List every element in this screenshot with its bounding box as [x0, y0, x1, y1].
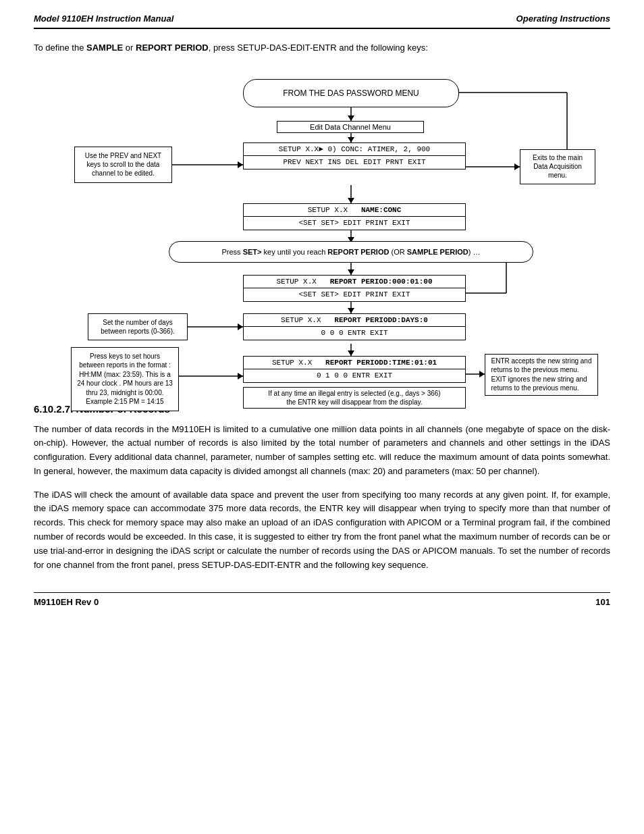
- page: Model 9110EH Instruction Manual Operatin…: [0, 0, 644, 834]
- report-period-box: SETUP X.X REPORT PERIOD:000:01:00: [243, 275, 466, 288]
- intro-paragraph: To define the SAMPLE or REPORT PERIOD, p…: [34, 41, 610, 55]
- footer-page-number: 101: [595, 597, 610, 607]
- illegal-note-box: If at any time an illegal entry is selec…: [243, 387, 466, 409]
- footer-model: M9110EH Rev 0: [34, 597, 99, 607]
- body-paragraph-2: The iDAS will check the amount of availa…: [34, 488, 610, 573]
- page-footer: M9110EH Rev 0 101: [34, 592, 610, 607]
- page-header: Model 9110EH Instruction Manual Operatin…: [34, 14, 610, 29]
- exits-note-box: Exits to the main Data Acquisition menu.: [520, 149, 595, 184]
- svg-marker-29: [238, 323, 243, 330]
- das-menu-box: FROM THE DAS PASSWORD MENU: [243, 79, 459, 107]
- svg-marker-5: [514, 163, 520, 170]
- time-row-box: 0 1 0 0 ENTR EXIT: [243, 369, 466, 383]
- press-set-box: Press SET> key until you reach REPORT PE…: [169, 241, 533, 263]
- svg-marker-31: [238, 373, 243, 380]
- entr-exit-note-box: ENTR accepts the new string and returns …: [485, 354, 598, 396]
- svg-marker-27: [238, 161, 243, 168]
- svg-marker-11: [348, 198, 354, 203]
- header-title-right: Operating Instructions: [516, 14, 610, 24]
- set-edit-print-box: <SET SET> EDIT PRINT EXIT: [243, 217, 466, 230]
- setup-name-conc-box: SETUP X.X NAME:CONC: [243, 203, 466, 217]
- report-periodd-days-box: SETUP X.X REPORT PERIODD:DAYS:0: [243, 313, 466, 327]
- svg-marker-23: [348, 350, 354, 356]
- svg-marker-15: [348, 269, 354, 275]
- svg-marker-3: [348, 137, 354, 142]
- report-periodd-time-box: SETUP X.X REPORT PERIODD:TIME:01:01: [243, 356, 466, 369]
- hours-note-box: Press keys to set hours between reports …: [71, 347, 179, 411]
- edit-channel-box: Edit Data Channel Menu: [277, 121, 424, 133]
- prev-next-row-box: PREV NEXT INS DEL EDIT PRNT EXIT: [243, 156, 466, 170]
- days-row-box: 0 0 0 ENTR EXIT: [243, 327, 466, 340]
- header-title-left: Model 9110EH Instruction Manual: [34, 14, 173, 24]
- prev-next-note-box: Use the PREV and NEXT keys to scroll to …: [74, 147, 172, 183]
- body-paragraph-1: The number of data records in the M9110E…: [34, 423, 610, 479]
- svg-marker-25: [479, 371, 485, 377]
- flowchart-diagram: FROM THE DAS PASSWORD MENU Edit Data Cha…: [34, 67, 610, 384]
- svg-marker-1: [348, 115, 354, 121]
- set-edit-print2-box: <SET SET> EDIT PRINT EXIT: [243, 288, 466, 302]
- days-note-box: Set the number of days between reports (…: [88, 313, 188, 340]
- setup-xx-atimer-box: SETUP X.X► 0) CONC: ATIMER, 2, 900: [243, 142, 466, 156]
- svg-marker-21: [348, 308, 354, 313]
